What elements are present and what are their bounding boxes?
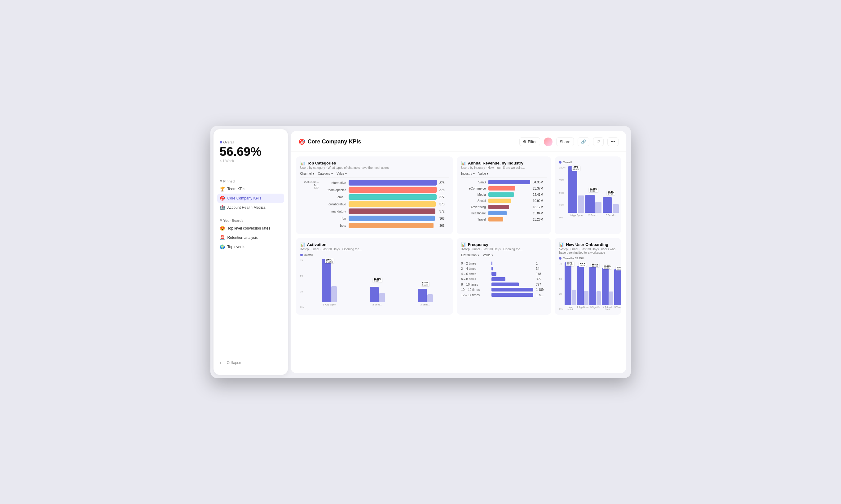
- pinned-section: ∨ Pinned 🏆 Team KPIs 🎯 Core Company KPIs…: [214, 177, 288, 212]
- top-categories-icon: 📊: [300, 161, 305, 165]
- collapse-button[interactable]: ⟵ Collapse: [214, 357, 288, 368]
- funnel-bar-1: 100%34.05K 1 App Open: [568, 166, 584, 219]
- top-categories-filters: Channel Category Value: [300, 172, 449, 178]
- onboarding-chart: 7550250% 100%11.17K 1 App Install: [559, 263, 616, 310]
- industry-filter[interactable]: Industry: [461, 172, 475, 175]
- frequency-header: 📊 Frequency 3-step Funnel · Last 30 Days…: [461, 242, 547, 251]
- top-events-icon: 🌍: [220, 245, 225, 249]
- frequency-icon: 📊: [461, 242, 466, 247]
- sidebar: Overall 56.69% < 1 Week ∨ Pinned 🏆 Team …: [214, 129, 288, 375]
- annual-revenue-header: 📊 Annual Revenue, by Industry Users by i…: [461, 161, 547, 169]
- main-header: 🎯 Core Company KPIs ⚙ Filter Share 🔗 ♡ •…: [291, 131, 626, 151]
- boards-section: ∨ Your Boards 😍 Top level conversion rat…: [214, 216, 288, 252]
- sidebar-item-retention[interactable]: 🚨 Retention analysis: [217, 233, 284, 242]
- bar-fun: fun 368: [321, 216, 449, 221]
- funnel-top-chart: 100%75%50%25%0% 100%34.05K 1 App Open: [559, 166, 616, 219]
- onboard-bar-4: 89.68%23.5% 4 Tutorial Start: [602, 263, 613, 310]
- activation-legend-dot: [300, 254, 303, 256]
- metric-dot: [220, 141, 222, 143]
- sidebar-item-team-kpis[interactable]: 🏆 Team KPIs: [217, 184, 284, 194]
- frequency-filters: Distribution Value: [461, 253, 547, 259]
- activation-bar-1: 100%34.05K 1 App Open: [306, 259, 353, 308]
- freq-6-8: 6 – 8 times 395: [461, 277, 547, 281]
- sidebar-item-core-company-kpis[interactable]: 🎯 Core Company KPIs: [217, 194, 284, 203]
- activation-widget: 📊 Activation 3-step Funnel · Last 30 Day…: [296, 238, 453, 315]
- freq-10-12: 10 – 12 times 1,189: [461, 288, 547, 291]
- activation-legend: Overall: [300, 253, 449, 256]
- freq-value-filter[interactable]: Value: [483, 253, 493, 257]
- bar-bots: bots 363: [321, 223, 449, 228]
- activation-icon: 📊: [300, 242, 305, 247]
- funnel-top-legend: Overall: [559, 161, 616, 164]
- annual-revenue-title: 📊 Annual Revenue, by Industry: [461, 161, 547, 165]
- heart-button[interactable]: ♡: [593, 137, 604, 146]
- filter-button[interactable]: ⚙ Filter: [519, 137, 540, 146]
- industry-bars: SaaS 34.35M eCommerce 23.37M Media: [461, 180, 547, 221]
- activation-bar-3: 87.4%5,715 3 Send...: [402, 259, 449, 308]
- more-button[interactable]: •••: [607, 137, 619, 146]
- industry-travel: Travel 13.26M: [461, 217, 547, 221]
- activation-subtitle: 3-step Funnel · Last 30 Days · Opening t…: [300, 248, 449, 251]
- sidebar-item-top-conversion[interactable]: 😍 Top level conversion rates: [217, 224, 284, 233]
- funnel-top-widget: Overall 100%75%50%25%0% 100%34.05K: [555, 157, 621, 234]
- industry-healthcare: Healthcare 15.84M: [461, 211, 547, 215]
- annual-revenue-filters: Industry Value: [461, 172, 547, 178]
- freq-4-6: 4 – 6 times 148: [461, 272, 547, 276]
- bar-team-specific: team-specific 378: [321, 187, 449, 193]
- freq-12-14: 12 – 14 times 1, 5...: [461, 293, 547, 297]
- boards-header: ∨ Your Boards: [217, 216, 284, 224]
- metric-value: 56.69%: [220, 145, 282, 158]
- activation-header: 📊 Activation 3-step Funnel · Last 30 Day…: [300, 242, 449, 251]
- top-categories-chart: # of users – M... 24K informative 378 te…: [300, 180, 449, 230]
- industry-social: Social 19.92M: [461, 199, 547, 203]
- activation-y-axis: 7550250%: [300, 259, 304, 308]
- sidebar-item-account-health[interactable]: 🏥 Account Health Metrics: [217, 203, 284, 212]
- revenue-value-filter[interactable]: Value: [479, 172, 489, 175]
- onboard-bar-2: 91.62k28.55K 2 App Open: [577, 263, 588, 310]
- avatar: [544, 138, 553, 146]
- onboarding-title: 📊 New User Onboarding: [559, 242, 616, 247]
- frequency-title: 📊 Frequency: [461, 242, 547, 247]
- annual-revenue-subtitle: Users by industry · How much $ are we co…: [461, 166, 547, 169]
- bar-informative: informative 378: [321, 180, 449, 185]
- page-title-icon: 🎯: [299, 139, 305, 145]
- activation-title: 📊 Activation: [300, 242, 449, 247]
- distribution-filter[interactable]: Distribution: [461, 253, 479, 257]
- bar-mandatory: mandatory 372: [321, 209, 449, 214]
- onboarding-icon: 📊: [559, 242, 564, 247]
- metric-card: Overall 56.69% < 1 Week: [214, 136, 288, 169]
- top-categories-title: 📊 Top Categories: [300, 161, 449, 165]
- row-label: # of users – M... 24K: [300, 180, 319, 230]
- onboard-bar-1: 100%11.17K 1 App Install: [565, 263, 576, 310]
- activation-chart: 7550250% 100%34.05K 1 App Open: [300, 259, 449, 308]
- top-categories-widget: 📊 Top Categories Users by category · Wha…: [296, 157, 453, 234]
- collapse-icon: ⟵: [220, 361, 225, 365]
- link-button[interactable]: 🔗: [578, 137, 589, 146]
- main-content: 🎯 Core Company KPIs ⚙ Filter Share 🔗 ♡ •…: [291, 126, 631, 378]
- top-conversion-icon: 😍: [220, 226, 225, 231]
- pinned-header: ∨ Pinned: [217, 177, 284, 184]
- share-button[interactable]: Share: [556, 137, 574, 146]
- sidebar-item-top-events[interactable]: 🌍 Top events: [217, 242, 284, 252]
- top-categories-subtitle: Users by category · What types of channe…: [300, 166, 449, 169]
- onboarding-legend: Overall – 65.75%: [559, 257, 616, 260]
- industry-media: Media 22.41M: [461, 192, 547, 197]
- retention-icon: 🚨: [220, 235, 225, 240]
- divider: [214, 174, 288, 174]
- account-health-icon: 🏥: [220, 205, 225, 210]
- filter-icon: ⚙: [523, 139, 526, 144]
- industry-ecommerce: eCommerce 23.37M: [461, 186, 547, 191]
- onboarding-header: 📊 New User Onboarding 5-step Funnel · La…: [559, 242, 616, 254]
- channel-filter[interactable]: Channel: [300, 172, 314, 175]
- onboarding-subtitle: 5-step Funnel · Last 30 Days · users who…: [559, 248, 616, 254]
- freq-0-2: 0 – 2 times 1: [461, 262, 547, 265]
- funnel-bar-3: 87.4%5,715 3 Send...: [603, 166, 619, 219]
- metric-sub: < 1 Week: [220, 159, 282, 163]
- value-filter[interactable]: Value: [337, 172, 347, 175]
- frequency-subtitle: 3-step Funnel · Last 30 Days · Opening t…: [461, 248, 547, 251]
- bar-cros: cros... 377: [321, 194, 449, 200]
- category-filter[interactable]: Category: [318, 172, 333, 175]
- y-axis: 100%75%50%25%0%: [559, 166, 565, 219]
- annual-revenue-icon: 📊: [461, 161, 466, 165]
- metric-label: Overall: [220, 140, 282, 144]
